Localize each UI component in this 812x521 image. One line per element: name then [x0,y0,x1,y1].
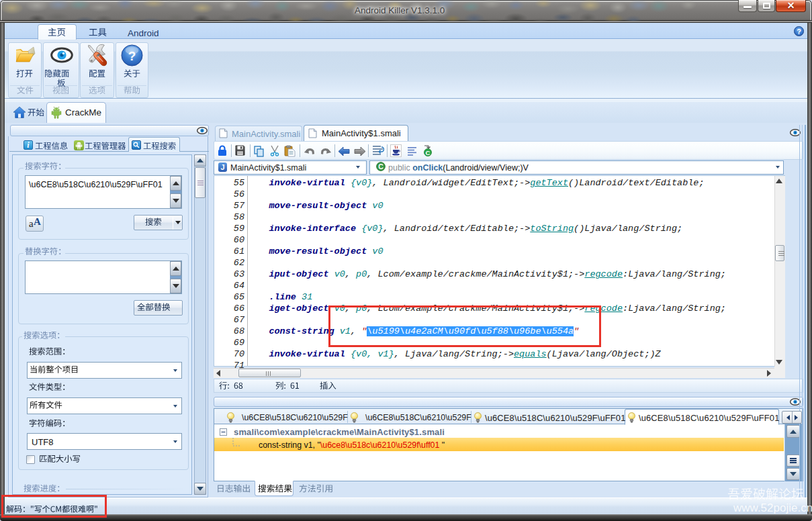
svg-text:C: C [378,162,384,171]
svg-text:?: ? [128,49,136,63]
svg-text:C: C [426,149,431,156]
